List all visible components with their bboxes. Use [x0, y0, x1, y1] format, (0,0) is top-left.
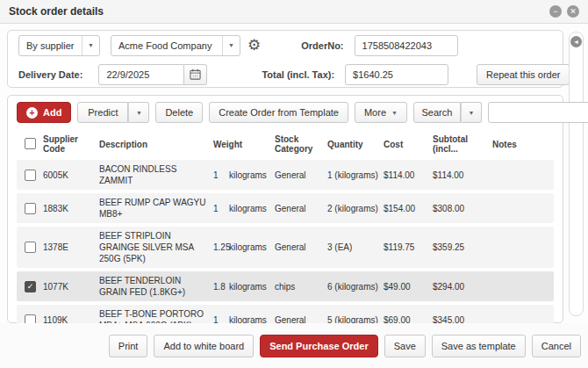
cell-quantity: 6 (kilograms): [327, 282, 384, 292]
cell-quantity: 1 (kilograms): [327, 170, 384, 180]
print-button[interactable]: Print: [109, 335, 148, 357]
cell-supplier-code: 1883K: [43, 204, 99, 213]
add-button[interactable]: + Add: [17, 102, 71, 123]
cell-cost: $154.00: [384, 204, 433, 213]
gear-icon[interactable]: ⚙: [247, 38, 261, 53]
cell-weight: 1: [213, 170, 229, 180]
chevron-down-icon[interactable]: ▼: [128, 102, 149, 123]
cell-weight: 1: [213, 204, 229, 213]
cell-weight-unit: kilograms: [229, 170, 275, 180]
order-mode-value: By supplier: [19, 40, 82, 51]
cell-description: BACON RINDLESS ZAMMIT: [99, 163, 213, 186]
cell-weight: 1.8: [213, 282, 229, 292]
table-row[interactable]: 6005K BACON RINDLESS ZAMMIT 1 kilograms …: [17, 160, 554, 190]
add-button-label: Add: [43, 107, 61, 118]
col-notes: Notes: [492, 140, 554, 149]
send-purchase-order-button[interactable]: Send Purchase Order: [260, 335, 378, 357]
cancel-button[interactable]: Cancel: [532, 335, 581, 357]
cell-supplier-code: 6005K: [43, 170, 99, 180]
order-mode-dropdown[interactable]: By supplier ▼: [18, 35, 100, 56]
cell-weight-unit: kilograms: [229, 282, 275, 292]
cell-cost: $119.75: [384, 242, 433, 252]
col-stock-category: Stock Category: [275, 134, 327, 154]
cell-quantity: 3 (EA): [327, 242, 384, 252]
supplier-dropdown[interactable]: Acme Food Company ▼: [111, 35, 240, 56]
close-icon[interactable]: ✕: [567, 5, 579, 18]
chevron-down-icon[interactable]: ▼: [461, 102, 482, 123]
chevron-down-icon: ▼: [222, 36, 240, 55]
save-as-template-button[interactable]: Save as template: [432, 335, 526, 357]
cell-stock-category: chips: [275, 282, 327, 292]
search-field-wrap: ✕: [488, 102, 588, 123]
table-row[interactable]: 1378E BEEF STRIPLOIN GRAINGE SILVER MSA …: [17, 227, 554, 268]
col-weight: Weight: [213, 140, 275, 149]
col-supplier-code: Supplier Code: [43, 134, 99, 154]
delivery-date-group: [98, 64, 207, 85]
delivery-date-field[interactable]: [98, 64, 184, 85]
row-checkbox[interactable]: [25, 242, 36, 253]
form-row-top: By supplier ▼ Acme Food Company ▼ ⚙ Orde…: [8, 31, 563, 60]
cell-cost: $114.00: [384, 170, 433, 180]
cell-quantity: 2 (kilograms): [327, 204, 384, 213]
more-button[interactable]: More ▼: [355, 102, 407, 123]
total-field[interactable]: [345, 64, 448, 85]
col-cost: Cost: [384, 140, 433, 149]
select-all-checkbox[interactable]: [25, 138, 36, 149]
cell-subtotal: $294.00: [433, 282, 492, 292]
add-to-whiteboard-button[interactable]: Add to white board: [154, 335, 254, 357]
table-header-row: Supplier Code Description Weight Stock C…: [17, 131, 554, 160]
create-order-from-template-button[interactable]: Create Order from Template: [209, 102, 348, 123]
calendar-icon[interactable]: [184, 64, 207, 85]
dialog-footer: Print Add to white board Send Purchase O…: [0, 323, 588, 368]
collapse-panel-icon[interactable]: ◄: [570, 36, 582, 47]
chevron-down-icon: ▼: [391, 110, 398, 116]
order-no-label: OrderNo:: [301, 40, 343, 51]
cell-subtotal: $114.00: [433, 170, 492, 180]
table-row[interactable]: ✓ 1077K BEEF TENDERLOIN GRAIN FED (1.8KG…: [17, 271, 554, 301]
side-panel-strip: ◄: [569, 32, 584, 316]
table-row[interactable]: 1883K BEEF RUMP CAP WAGYU MB8+ 1 kilogra…: [17, 193, 554, 223]
order-form-panel: By supplier ▼ Acme Food Company ▼ ⚙ Orde…: [7, 30, 563, 88]
predict-split-button: Predict ▼: [77, 102, 149, 123]
cell-description: BEEF TENDERLOIN GRAIN FED (1.8KG+): [99, 275, 213, 298]
row-checkbox[interactable]: [25, 170, 36, 181]
search-button[interactable]: Search: [413, 102, 461, 123]
cell-supplier-code: 1378E: [43, 242, 99, 252]
cell-subtotal: $308.00: [433, 204, 492, 213]
items-toolbar: + Add Predict ▼ Delete Create Order from…: [17, 102, 554, 123]
col-quantity: Quantity: [327, 140, 384, 149]
form-row-bottom: Delivery Date: Total (incl. Tax): Repeat…: [8, 60, 563, 89]
order-no-field[interactable]: [355, 35, 458, 56]
minimize-icon[interactable]: −: [549, 5, 562, 18]
row-checkbox[interactable]: [25, 203, 36, 214]
col-subtotal: Subtotal (incl...: [433, 134, 492, 154]
search-input[interactable]: [488, 102, 588, 123]
repeat-order-button[interactable]: Repeat this order: [477, 64, 570, 85]
order-items-panel: + Add Predict ▼ Delete Create Order from…: [7, 95, 563, 323]
cell-weight-unit: kilograms: [229, 204, 275, 213]
chevron-down-icon: ▼: [82, 36, 99, 55]
cell-description: BEEF STRIPLOIN GRAINGE SILVER MSA 250G (…: [99, 230, 213, 264]
cell-stock-category: General: [275, 242, 327, 252]
plus-icon: +: [26, 107, 38, 119]
cell-weight: 1.25: [213, 242, 229, 252]
cell-supplier-code: 1077K: [43, 282, 99, 292]
save-button[interactable]: Save: [384, 335, 426, 357]
cell-stock-category: General: [275, 204, 327, 213]
supplier-value: Acme Food Company: [111, 40, 222, 51]
cell-cost: $49.00: [384, 282, 433, 292]
dialog-titlebar: Stock order details − ✕: [0, 0, 588, 24]
cell-weight-unit: kilograms: [229, 242, 275, 252]
row-checkbox[interactable]: ✓: [25, 281, 36, 292]
search-split-button: Search ▼: [413, 102, 482, 123]
cell-subtotal: $359.25: [433, 242, 492, 252]
more-button-label: More: [364, 107, 386, 118]
delivery-date-label: Delivery Date:: [18, 69, 82, 80]
col-description: Description: [99, 140, 213, 149]
cell-stock-category: General: [275, 170, 327, 180]
dialog-title: Stock order details: [9, 5, 104, 18]
total-label: Total (incl. Tax):: [262, 69, 334, 80]
cell-description: BEEF RUMP CAP WAGYU MB8+: [99, 197, 213, 220]
predict-button[interactable]: Predict: [77, 102, 128, 123]
delete-button[interactable]: Delete: [155, 102, 203, 123]
